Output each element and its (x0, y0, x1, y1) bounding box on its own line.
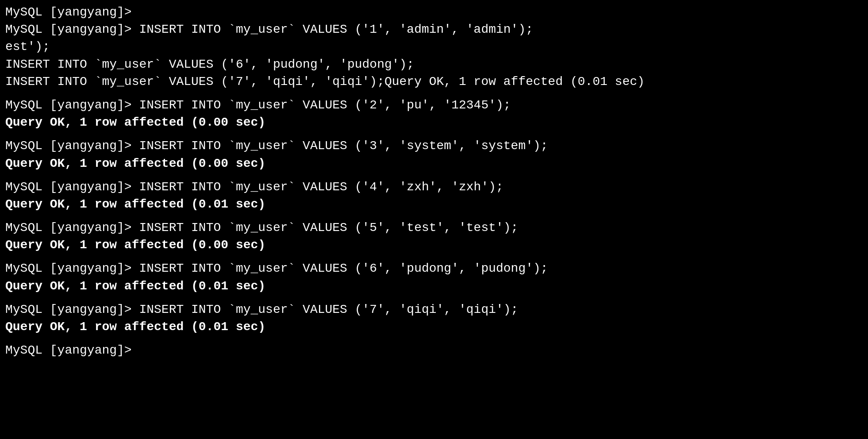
terminal-window: MySQL [yangyang]>MySQL [yangyang]> INSER… (5, 4, 863, 359)
terminal-line-line-insert5: MySQL [yangyang]> INSERT INTO `my_user` … (5, 219, 863, 236)
terminal-line-line-ok4: Query OK, 1 row affected (0.01 sec) (5, 196, 863, 213)
terminal-line-line-cont1: est'); (5, 38, 863, 55)
terminal-line-line-insert1: MySQL [yangyang]> INSERT INTO `my_user` … (5, 21, 863, 38)
terminal-line-line-ok7: Query OK, 1 row affected (0.01 sec) (5, 318, 863, 335)
terminal-line-line-blank7 (5, 335, 863, 342)
terminal-line-line-insert6: MySQL [yangyang]> INSERT INTO `my_user` … (5, 260, 863, 277)
terminal-line-line-blank4 (5, 213, 863, 219)
terminal-line-line-ok5: Query OK, 1 row affected (0.00 sec) (5, 236, 863, 254)
terminal-line-line-blank2 (5, 131, 863, 137)
terminal-line-line-blank3 (5, 172, 863, 178)
terminal-line-line-ok2: Query OK, 1 row affected (0.00 sec) (5, 114, 863, 131)
terminal-line-line-blank1 (5, 90, 863, 96)
terminal-line-line-header: MySQL [yangyang]> (5, 4, 863, 21)
terminal-line-line-ok6: Query OK, 1 row affected (0.01 sec) (5, 277, 863, 295)
terminal-line-line-bulk2: INSERT INTO `my_user` VALUES ('7', 'qiqi… (5, 73, 863, 90)
terminal-line-line-insert4: MySQL [yangyang]> INSERT INTO `my_user` … (5, 178, 863, 196)
terminal-line-line-insert3: MySQL [yangyang]> INSERT INTO `my_user` … (5, 137, 863, 154)
terminal-line-line-ok3: Query OK, 1 row affected (0.00 sec) (5, 155, 863, 172)
terminal-line-line-final: MySQL [yangyang]> (5, 342, 863, 359)
terminal-line-line-blank5 (5, 254, 863, 260)
terminal-line-line-bulk1: INSERT INTO `my_user` VALUES ('6', 'pudo… (5, 56, 863, 73)
terminal-line-line-blank6 (5, 295, 863, 301)
terminal-line-line-insert7: MySQL [yangyang]> INSERT INTO `my_user` … (5, 301, 863, 318)
terminal-line-line-insert2: MySQL [yangyang]> INSERT INTO `my_user` … (5, 96, 863, 114)
